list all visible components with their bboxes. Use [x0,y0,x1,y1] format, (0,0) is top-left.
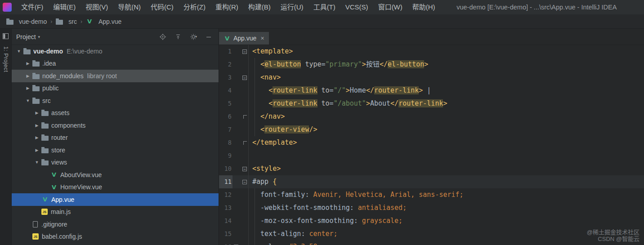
tree-item-label: AboutView.vue [60,171,102,178]
tree-item-label: .idea [42,60,56,67]
code-line-5[interactable]: 5 <router-link to="/about">About</router… [219,97,644,110]
tree-item-src[interactable]: ▼src [12,94,219,107]
breadcrumb-separator: › [50,18,52,25]
chevron-collapsed-icon[interactable]: ▶ [33,123,40,128]
tree-item-babel-config-js[interactable]: JSbabel.config.js [12,231,219,243]
chevron-expanded-icon[interactable]: ▼ [24,98,31,103]
tree-item-components[interactable]: ▶components [12,119,219,132]
menu-item-z[interactable]: 分析(Z) [179,0,210,14]
folder-icon [41,136,49,141]
code-line-15[interactable]: 15 text-align: center; [219,227,644,241]
code-text: font-family: Avenir, Helvetica, Arial, s… [249,188,464,201]
tree-item-gitignore[interactable]: .gitignore [12,218,219,231]
settings-icon[interactable]: ▾ [190,33,197,40]
code-line-12[interactable]: 12 font-family: Avenir, Helvetica, Arial… [219,188,644,201]
tree-item-assets[interactable]: ▶assets [12,107,219,120]
chevron-collapsed-icon[interactable]: ▶ [24,61,31,66]
fold-marker[interactable]: − [242,180,247,184]
fold-marker[interactable]: − [242,167,247,171]
project-toolwindow-tab[interactable]: 1: Project [3,46,9,72]
hide-icon[interactable] [205,33,212,40]
folder-icon [32,99,40,104]
tree-item-vue-demo[interactable]: ▼vue-demoE:\vue-demo [12,45,219,58]
folder-icon [41,124,49,129]
code-line-7[interactable]: 7 <router-view/> [219,123,644,136]
tree-item-router[interactable]: ▶router [12,132,219,144]
fold-marker[interactable] [243,115,247,119]
panel-toolbar: ▾ [159,33,212,40]
project-panel-header: Project ▾ ▾ [12,29,219,45]
chevron-collapsed-icon[interactable]: ▶ [33,135,40,140]
chevron-collapsed-icon[interactable]: ▶ [24,74,31,78]
fold-marker[interactable]: − [242,49,247,54]
code-text: #app { [249,175,277,188]
breadcrumb-label: src [68,18,77,25]
tree-item-app-vue[interactable]: VApp.vue [12,193,219,206]
tab-app-vue[interactable]: V App.vue × [219,32,269,45]
project-panel-title: Project [16,33,36,40]
fold-marker[interactable] [243,141,247,145]
tree-item-homeview-vue[interactable]: VHomeView.vue [12,181,219,194]
fold-marker[interactable]: − [242,76,247,80]
menu-item-u[interactable]: 运行(U) [276,0,309,14]
tree-item-main-js[interactable]: JSmain.js [12,206,219,218]
menu-item-vcs-s[interactable]: VCS(S) [340,0,373,14]
chevron-expanded-icon[interactable]: ▼ [15,49,22,53]
code-line-8[interactable]: 8</template> [219,136,644,149]
code-line-6[interactable]: 6 </nav> [219,110,644,123]
menu-item-c[interactable]: 代码(C) [146,0,179,14]
breadcrumb-vue-demo[interactable]: vue-demo [4,18,49,25]
chevron-collapsed-icon[interactable]: ▶ [24,86,31,90]
code-line-3[interactable]: 3− <nav> [219,71,644,84]
menu-item-b[interactable]: 构建(B) [243,0,276,14]
tree-item-node-modules[interactable]: ▶node_moduleslibrary root [12,70,219,82]
menu-item-v[interactable]: 视图(V) [80,0,113,14]
tree-item-store[interactable]: ▶store [12,144,219,156]
code-line-4[interactable]: 4 <router-link to="/">Home</router-link>… [219,84,644,97]
locate-icon[interactable] [159,33,166,40]
code-line-11[interactable]: 11−#app { [219,175,644,188]
collapse-all-icon[interactable] [174,33,182,40]
chevron-expanded-icon[interactable]: ▼ [33,160,40,165]
file-icon [33,221,38,227]
indent-guide [255,58,255,136]
line-number: 5 [219,97,233,110]
menu-item-f[interactable]: 文件(F) [16,0,48,14]
code-line-1[interactable]: 1−<template> [219,45,644,58]
code-line-13[interactable]: 13 -webkit-font-smoothing: antialiased; [219,201,644,214]
tree-item-views[interactable]: ▼views [12,156,219,169]
line-number: 12 [219,188,233,201]
line-number: 8 [219,136,233,149]
menu-item-r[interactable]: 重构(R) [210,0,243,14]
code-line-14[interactable]: 14 -moz-osx-font-smoothing: grayscale; [219,214,644,227]
menu-bar: 文件(F)编辑(E)视图(V)导航(N)代码(C)分析(Z)重构(R)构建(B)… [0,0,644,14]
breadcrumb-src[interactable]: src [54,18,79,25]
menu-item-w[interactable]: 窗口(W) [373,0,407,14]
code-line-10[interactable]: 10−<style> [219,162,644,175]
menu-item-t[interactable]: 工具(T) [309,0,340,14]
code-text: text-align: center; [249,227,338,241]
code-line-9[interactable]: 9 [219,149,644,162]
chevron-collapsed-icon[interactable]: ▶ [33,111,40,115]
code-area[interactable]: 1−<template>2 <el-button type="primary">… [219,45,644,245]
breadcrumb-bar: vue-demo›src›VApp.vue [0,14,644,29]
code-line-2[interactable]: 2 <el-button type="primary">按钮</el-butto… [219,58,644,71]
project-view-selector[interactable]: Project ▾ [16,33,40,40]
chevron-collapsed-icon[interactable]: ▶ [33,148,40,152]
code-line-16[interactable]: 16 color: #2c3e50; [219,241,644,245]
line-number: 6 [219,110,233,123]
tree-item-aboutview-vue[interactable]: VAboutView.vue [12,169,219,181]
tree-item-public[interactable]: ▶public [12,82,219,95]
tree-item-idea[interactable]: ▶.idea [12,58,219,70]
menu-item-n[interactable]: 导航(N) [113,0,146,14]
line-number: 15 [219,227,233,241]
folder-icon [32,74,40,79]
tree-item-label: store [51,147,65,154]
tree-item-label: HomeView.vue [60,183,102,191]
close-tab-icon[interactable]: × [260,35,264,42]
folder-icon [6,20,13,25]
menu-item-e[interactable]: 编辑(E) [48,0,80,14]
breadcrumb-app-vue[interactable]: VApp.vue [84,18,123,25]
menu-item-h[interactable]: 帮助(H) [407,0,440,14]
folder-icon [32,86,40,91]
